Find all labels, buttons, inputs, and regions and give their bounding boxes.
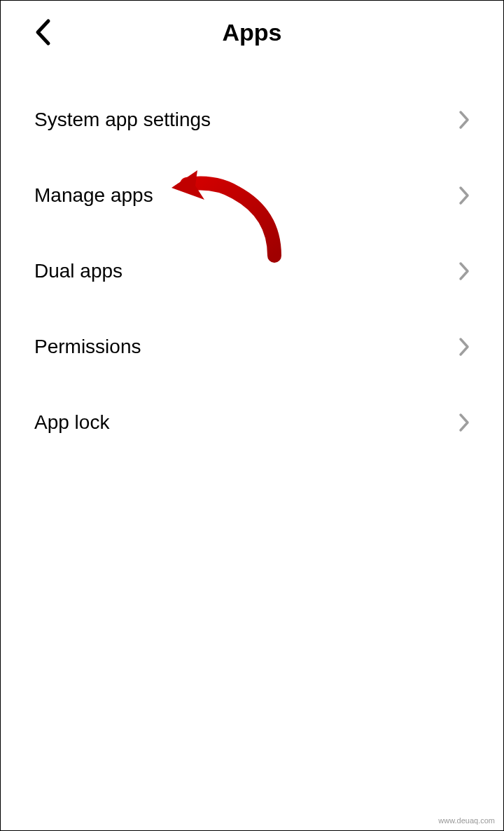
chevron-right-icon xyxy=(458,110,470,130)
chevron-right-icon xyxy=(458,261,470,281)
list-item-dual-apps[interactable]: Dual apps xyxy=(1,233,503,309)
watermark: www.deuaq.com xyxy=(438,816,495,825)
list-item-system-app-settings[interactable]: System app settings xyxy=(1,82,503,158)
chevron-left-icon xyxy=(34,18,51,46)
page-title: Apps xyxy=(34,19,470,46)
chevron-right-icon xyxy=(458,337,470,357)
header: Apps xyxy=(1,1,503,64)
settings-list: System app settings Manage apps Dual app… xyxy=(1,64,503,460)
chevron-right-icon xyxy=(458,186,470,205)
list-item-permissions[interactable]: Permissions xyxy=(1,309,503,385)
list-item-manage-apps[interactable]: Manage apps xyxy=(1,158,503,233)
chevron-right-icon xyxy=(458,413,470,432)
back-button[interactable] xyxy=(34,18,51,46)
list-item-label: System app settings xyxy=(34,109,211,131)
list-item-label: Manage apps xyxy=(34,184,153,207)
list-item-label: Permissions xyxy=(34,336,141,358)
list-item-app-lock[interactable]: App lock xyxy=(1,385,503,460)
list-item-label: App lock xyxy=(34,411,109,434)
list-item-label: Dual apps xyxy=(34,260,122,282)
